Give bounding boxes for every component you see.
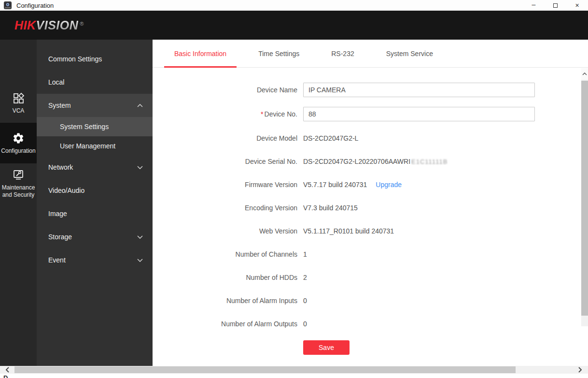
tabs-bar: Basic Information Time Settings RS-232 S…	[153, 40, 588, 68]
device-name-label: Device Name	[153, 86, 297, 94]
gear-icon	[12, 132, 25, 145]
form-row-device-no: *Device No.	[153, 102, 568, 126]
device-model-label: Device Model	[153, 134, 297, 142]
form-row-web-version: Web Version V5.1.117_R0101 build 240731	[153, 219, 568, 243]
settings-sidebar: Common Settings Local System System Sett…	[37, 40, 153, 366]
sidebar-item-user-management[interactable]: User Management	[37, 136, 153, 156]
device-serial-value: DS-2CD2047G2-L20220706AAWRI	[303, 158, 410, 165]
vertical-scrollbar[interactable]	[581, 68, 588, 326]
number-of-channels-value: 1	[303, 250, 307, 258]
sidebar-item-network[interactable]: Network	[37, 156, 153, 179]
number-of-alarm-outputs-value: 0	[303, 320, 307, 328]
number-of-alarm-inputs-value: 0	[303, 297, 307, 305]
required-asterisk: *	[261, 110, 263, 118]
form-row-device-serial: Device Serial No. DS-2CD2047G2-L20220706…	[153, 150, 568, 173]
vertical-scrollbar-thumb[interactable]	[581, 81, 588, 316]
chevron-down-icon	[137, 259, 143, 262]
form-row-number-of-channels: Number of Channels 1	[153, 243, 568, 266]
clipped-bottom-text: D	[3, 374, 8, 378]
encoding-version-value: V7.3 build 240715	[303, 204, 358, 212]
nav-rail-item-maintenance[interactable]: Maintenance and Security	[0, 166, 37, 201]
tab-basic-information[interactable]: Basic Information	[164, 40, 237, 68]
number-of-channels-label: Number of Channels	[153, 250, 297, 258]
nav-rail-label: VCA	[13, 107, 25, 115]
sidebar-item-system-settings[interactable]: System Settings	[37, 117, 153, 136]
firmware-version-label: Firmware Version	[153, 181, 297, 189]
encoding-version-label: Encoding Version	[153, 204, 297, 212]
device-serial-redacted: E1C11111B	[411, 158, 448, 165]
vca-grid-icon	[12, 92, 25, 104]
firmware-version-value: V5.7.17 build 240731	[303, 181, 367, 189]
nav-rail-label: Maintenance and Security	[2, 184, 35, 199]
device-model-value: DS-2CD2047G2-L	[303, 134, 358, 142]
web-version-value: V5.1.117_R0101 build 240731	[303, 227, 394, 235]
number-of-hdds-label: Number of HDDs	[153, 274, 297, 281]
sidebar-item-system[interactable]: System	[37, 94, 153, 117]
chevron-right-icon	[578, 367, 582, 373]
main-content: Basic Information Time Settings RS-232 S…	[153, 40, 588, 366]
form-row-firmware-version: Firmware Version V5.7.17 build 240731 Up…	[153, 173, 568, 196]
scroll-left-button[interactable]	[1, 366, 14, 374]
form-row-number-of-alarm-inputs: Number of Alarm Inputs 0	[153, 289, 568, 312]
web-version-label: Web Version	[153, 227, 297, 235]
window-titlebar: Configuration – ×	[0, 0, 588, 11]
app-window-icon	[4, 1, 12, 9]
form-row-device-model: Device Model DS-2CD2047G2-L	[153, 127, 568, 150]
tab-time-settings[interactable]: Time Settings	[248, 40, 309, 68]
maximize-button[interactable]	[545, 0, 566, 11]
horizontal-scrollbar-thumb[interactable]	[14, 366, 516, 373]
number-of-hdds-value: 2	[303, 274, 307, 281]
nav-rail-label: Configuration	[1, 147, 35, 155]
form-row-number-of-hdds: Number of HDDs 2	[153, 266, 568, 289]
tab-system-service[interactable]: System Service	[376, 40, 443, 68]
chevron-down-icon	[137, 166, 143, 169]
nav-rail: VCA Configuration Maintenance and Securi…	[0, 40, 37, 366]
scroll-right-button[interactable]	[574, 366, 586, 374]
minimize-button[interactable]: –	[523, 0, 545, 11]
sidebar-item-image[interactable]: Image	[37, 202, 153, 225]
chevron-left-icon	[6, 367, 9, 373]
sidebar-item-common-settings[interactable]: Common Settings	[37, 47, 153, 71]
nav-rail-item-configuration[interactable]: Configuration	[0, 123, 37, 163]
sidebar-item-storage[interactable]: Storage	[37, 225, 153, 248]
scroll-up-button[interactable]	[581, 68, 588, 80]
maintenance-wrench-icon	[12, 169, 25, 181]
chevron-down-icon	[137, 235, 143, 239]
nav-rail-item-vca[interactable]: VCA	[0, 88, 37, 118]
horizontal-scrollbar[interactable]	[0, 366, 588, 374]
form-row-number-of-alarm-outputs: Number of Alarm Outputs 0	[153, 312, 568, 335]
number-of-alarm-outputs-label: Number of Alarm Outputs	[153, 320, 297, 328]
device-name-input[interactable]	[303, 83, 535, 97]
device-serial-label: Device Serial No.	[153, 158, 297, 165]
save-button[interactable]: Save	[303, 340, 350, 355]
window-title: Configuration	[16, 2, 54, 9]
form-row-encoding-version: Encoding Version V7.3 build 240715	[153, 196, 568, 219]
chevron-up-icon	[137, 104, 143, 107]
sidebar-item-event[interactable]: Event	[37, 248, 153, 272]
upgrade-link[interactable]: Upgrade	[376, 181, 402, 189]
close-button[interactable]: ×	[566, 0, 588, 11]
sidebar-item-video-audio[interactable]: Video/Audio	[37, 179, 153, 202]
chevron-up-icon	[582, 73, 587, 75]
tab-rs-232[interactable]: RS-232	[321, 40, 364, 68]
device-no-input[interactable]	[303, 107, 535, 121]
device-no-label: *Device No.	[153, 110, 297, 118]
form-row-device-name: Device Name	[153, 78, 568, 102]
brand-bar: HIKVISION®	[0, 11, 588, 40]
number-of-alarm-inputs-label: Number of Alarm Inputs	[153, 297, 297, 305]
sidebar-item-local[interactable]: Local	[37, 71, 153, 94]
hikvision-logo: HIKVISION®	[14, 18, 84, 32]
